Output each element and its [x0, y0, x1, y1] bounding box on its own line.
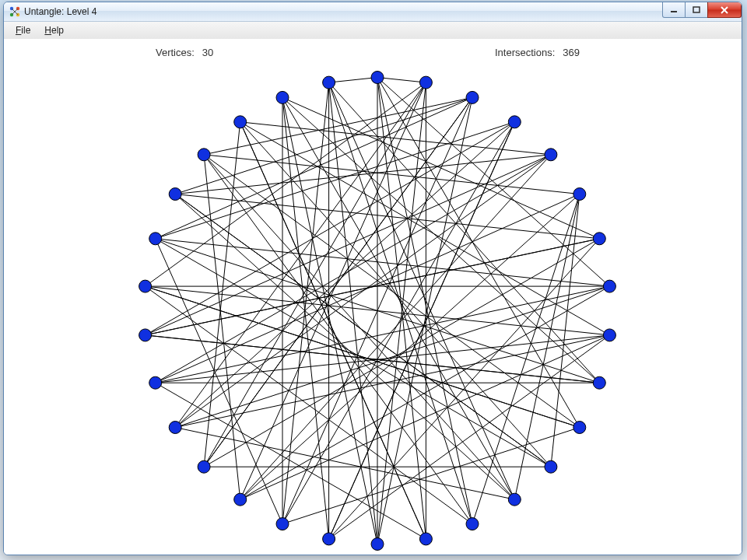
app-icon — [9, 5, 21, 18]
graph-vertex[interactable] — [593, 376, 605, 389]
desktop: Untangle: Level 4 File Help Vertices: 30 — [0, 0, 747, 560]
menu-help-rest: elp — [51, 25, 64, 36]
graph-edge — [156, 155, 551, 383]
graph-vertex[interactable] — [508, 493, 521, 506]
menu-file[interactable]: File — [9, 23, 37, 38]
graph-canvas[interactable] — [4, 39, 742, 555]
graph-vertex[interactable] — [508, 116, 521, 128]
graph-edge — [514, 194, 580, 500]
graph-edge — [175, 428, 514, 500]
graph-vertex[interactable] — [466, 91, 479, 103]
graph-edge — [204, 155, 240, 499]
graph-vertex[interactable] — [545, 149, 557, 161]
graph-edge — [472, 194, 580, 524]
menu-help[interactable]: Help — [37, 23, 71, 38]
graph-edge — [282, 428, 580, 524]
graph-vertex[interactable] — [169, 422, 181, 434]
graph-vertex[interactable] — [198, 149, 210, 161]
graph-edges — [146, 78, 610, 544]
graph-vertex[interactable] — [419, 76, 432, 89]
close-button[interactable] — [707, 2, 742, 18]
graph-edge — [377, 78, 426, 539]
svg-rect-6 — [671, 11, 677, 12]
menubar: File Help — [4, 22, 742, 40]
graph-edge — [156, 194, 580, 383]
graph-edge — [377, 97, 472, 544]
graph-vertex[interactable] — [593, 233, 605, 245]
graph-edge — [156, 239, 282, 524]
graph-vertex[interactable] — [149, 376, 162, 389]
graph-vertex[interactable] — [371, 538, 384, 551]
graph-edge — [377, 78, 472, 524]
window-title: Untangle: Level 4 — [24, 6, 96, 17]
svg-rect-7 — [693, 7, 700, 12]
app-window: Untangle: Level 4 File Help Vertices: 30 — [3, 2, 742, 555]
graph-vertex[interactable] — [276, 518, 289, 530]
graph-edge — [240, 335, 610, 499]
graph-vertex[interactable] — [169, 188, 181, 201]
graph-edge — [329, 82, 377, 544]
graph-vertex[interactable] — [545, 460, 557, 473]
graph-vertex[interactable] — [198, 460, 210, 473]
graph-vertex[interactable] — [573, 422, 586, 434]
minimize-button[interactable] — [662, 2, 686, 18]
graph-edge — [282, 122, 514, 524]
graph-vertex[interactable] — [573, 188, 586, 201]
maximize-button[interactable] — [685, 2, 708, 18]
graph-edge — [329, 82, 515, 499]
graph-vertex[interactable] — [323, 533, 335, 545]
graph-vertex[interactable] — [234, 116, 247, 128]
graph-vertex[interactable] — [149, 233, 162, 245]
graph-vertex[interactable] — [139, 280, 152, 292]
graph-edge — [175, 194, 599, 239]
graph-vertex[interactable] — [419, 533, 432, 545]
graph-edge — [329, 78, 377, 83]
titlebar[interactable]: Untangle: Level 4 — [4, 2, 742, 22]
graph-vertex[interactable] — [603, 280, 615, 292]
graph-edge — [377, 78, 426, 83]
graph-vertex[interactable] — [139, 329, 152, 341]
graph-vertex[interactable] — [603, 329, 615, 341]
graph-edge — [204, 155, 514, 499]
graph-edge — [156, 286, 610, 383]
graph-vertex[interactable] — [466, 518, 479, 530]
graph-edge — [175, 122, 514, 428]
graph-vertex[interactable] — [234, 493, 247, 506]
menu-file-rest: ile — [21, 25, 30, 36]
graph-edge — [146, 155, 551, 335]
graph-edge — [175, 194, 551, 467]
window-controls — [663, 2, 742, 18]
graph-edge — [329, 82, 472, 524]
graph-edge — [175, 286, 609, 427]
graph-edge — [175, 97, 472, 194]
graph-vertex[interactable] — [276, 91, 289, 103]
graph-vertex[interactable] — [323, 76, 335, 89]
client-area: Vertices: 30 Intersections: 369 — [4, 39, 742, 555]
graph-vertex[interactable] — [371, 72, 384, 84]
